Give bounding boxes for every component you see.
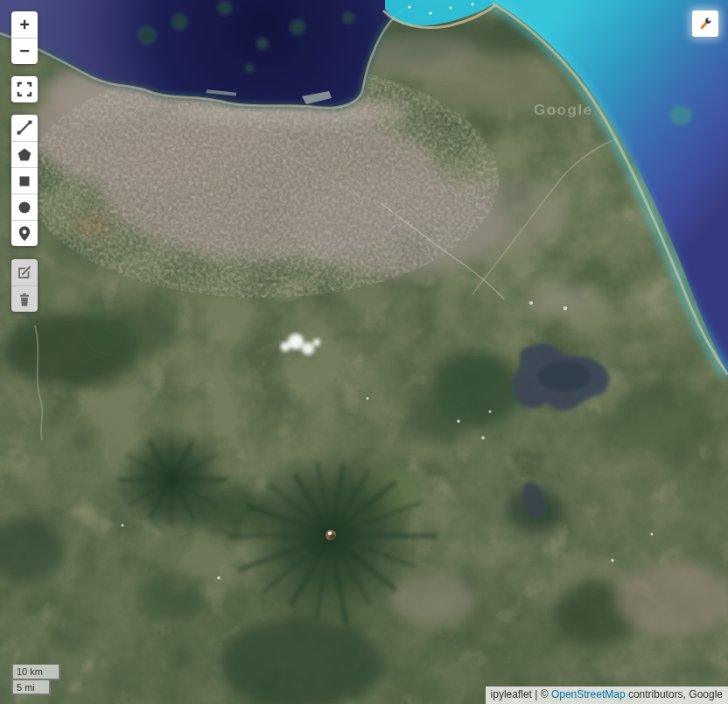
scale-control: 10 km 5 mi — [11, 665, 60, 695]
plus-icon: + — [19, 16, 30, 33]
edit-layers-button[interactable] — [11, 259, 38, 285]
trash-icon — [11, 286, 38, 313]
circle-icon — [11, 194, 38, 221]
wrench-icon — [698, 17, 712, 31]
polygon-icon — [11, 142, 38, 168]
zoom-in-button[interactable]: + — [11, 11, 38, 38]
draw-polygon-button[interactable] — [11, 141, 38, 167]
fullscreen-control — [11, 76, 38, 102]
draw-circle-button[interactable] — [11, 194, 38, 220]
attribution-suffix: contributors, Google — [626, 688, 723, 700]
draw-toolbar — [11, 115, 38, 246]
openstreetmap-link[interactable]: OpenStreetMap — [551, 688, 626, 700]
satellite-imagery — [0, 0, 728, 704]
draw-marker-button[interactable] — [11, 220, 38, 246]
delete-layers-button[interactable] — [11, 285, 38, 312]
fullscreen-expand-icon — [11, 76, 38, 102]
rectangle-icon — [11, 168, 38, 194]
attribution: ipyleaflet | © OpenStreetMap contributor… — [486, 686, 728, 704]
fullscreen-button[interactable] — [11, 76, 38, 102]
draw-rectangle-button[interactable] — [11, 167, 38, 194]
zoom-out-button[interactable]: − — [11, 38, 38, 64]
polyline-icon — [11, 115, 38, 141]
zoom-control: + − — [11, 11, 38, 64]
attribution-prefix: ipyleaflet | © — [491, 688, 551, 700]
settings-button[interactable] — [692, 11, 718, 37]
scale-km: 10 km — [11, 665, 60, 679]
draw-polyline-button[interactable] — [11, 115, 38, 141]
minus-icon: − — [19, 42, 30, 60]
edit-icon — [11, 259, 38, 285]
edit-toolbar — [11, 259, 38, 312]
marker-icon — [11, 221, 38, 247]
scale-mi: 5 mi — [11, 680, 51, 695]
map-canvas[interactable]: Google + − — [0, 0, 728, 704]
